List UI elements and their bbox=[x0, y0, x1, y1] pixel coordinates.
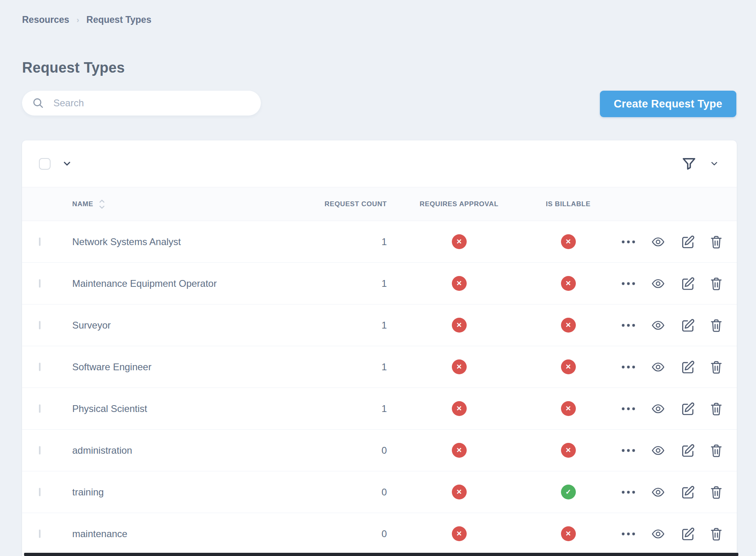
delete-button[interactable] bbox=[709, 485, 723, 500]
sort-icon[interactable] bbox=[98, 199, 106, 210]
search-icon bbox=[32, 97, 45, 110]
column-header-request-count: REQUEST COUNT bbox=[321, 200, 387, 208]
row-checkbox[interactable] bbox=[39, 404, 41, 413]
breadcrumb-separator-icon: › bbox=[77, 15, 79, 24]
search-input[interactable] bbox=[53, 97, 251, 109]
table-row: training 0 ✕ ✓ bbox=[22, 471, 737, 513]
ellipsis-icon bbox=[621, 448, 636, 453]
table-toolbar bbox=[22, 140, 737, 187]
select-all-checkbox[interactable] bbox=[39, 158, 51, 170]
edit-button[interactable] bbox=[680, 234, 695, 250]
ellipsis-icon bbox=[621, 490, 636, 495]
x-circle-icon: ✕ bbox=[452, 443, 467, 458]
breadcrumb-request-types: Request Types bbox=[86, 14, 151, 25]
request-count-value: 1 bbox=[321, 320, 387, 331]
edit-button[interactable] bbox=[680, 276, 695, 291]
edit-button[interactable] bbox=[680, 401, 695, 416]
check-circle-icon: ✓ bbox=[561, 485, 576, 499]
create-request-type-button[interactable]: Create Request Type bbox=[600, 91, 736, 117]
x-circle-icon: ✕ bbox=[452, 359, 467, 374]
request-type-name: Surveyor bbox=[72, 320, 321, 331]
table-row: Surveyor 1 ✕ ✕ bbox=[22, 304, 737, 346]
page: Resources › Request Types Request Types … bbox=[0, 0, 756, 556]
ellipsis-icon bbox=[621, 281, 636, 286]
request-count-value: 1 bbox=[321, 278, 387, 289]
eye-icon bbox=[650, 277, 667, 290]
more-actions-button[interactable] bbox=[621, 365, 636, 369]
row-checkbox[interactable] bbox=[39, 363, 41, 371]
edit-button[interactable] bbox=[680, 485, 695, 500]
more-actions-button[interactable] bbox=[621, 281, 636, 286]
edit-button[interactable] bbox=[680, 526, 695, 542]
view-button[interactable] bbox=[650, 444, 667, 457]
column-header-requires-approval: REQUIRES APPROVAL bbox=[387, 200, 531, 208]
delete-button[interactable] bbox=[709, 234, 723, 250]
more-actions-button[interactable] bbox=[621, 490, 636, 495]
delete-button[interactable] bbox=[709, 359, 723, 375]
ellipsis-icon bbox=[621, 365, 636, 369]
request-count-value: 0 bbox=[321, 487, 387, 498]
request-type-name: training bbox=[72, 487, 321, 498]
x-circle-icon: ✕ bbox=[561, 443, 576, 458]
row-checkbox[interactable] bbox=[39, 321, 41, 329]
table-row: Maintenance Equipment Operator 1 ✕ ✕ bbox=[22, 263, 737, 304]
more-actions-button[interactable] bbox=[621, 406, 636, 411]
row-checkbox[interactable] bbox=[39, 488, 41, 496]
delete-button[interactable] bbox=[709, 276, 723, 291]
x-circle-icon: ✕ bbox=[561, 276, 576, 291]
edit-pencil-icon bbox=[680, 526, 695, 542]
view-button[interactable] bbox=[650, 277, 667, 290]
page-title: Request Types bbox=[22, 59, 125, 76]
more-actions-button[interactable] bbox=[621, 532, 636, 536]
table-row: administration 0 ✕ ✕ bbox=[22, 430, 737, 471]
row-checkbox[interactable] bbox=[39, 530, 41, 538]
request-type-name: administration bbox=[72, 445, 321, 456]
request-count-value: 1 bbox=[321, 236, 387, 248]
row-checkbox[interactable] bbox=[39, 237, 41, 246]
view-button[interactable] bbox=[650, 360, 667, 374]
row-checkbox[interactable] bbox=[39, 446, 41, 455]
x-circle-icon: ✕ bbox=[561, 234, 576, 249]
table-row: Physical Scientist 1 ✕ ✕ bbox=[22, 388, 737, 430]
ellipsis-icon bbox=[621, 532, 636, 536]
edit-button[interactable] bbox=[680, 443, 695, 458]
view-button[interactable] bbox=[650, 402, 667, 416]
search-bar bbox=[22, 91, 261, 116]
filter-chevron-down-button[interactable] bbox=[709, 159, 719, 168]
request-count-value: 1 bbox=[321, 361, 387, 373]
table-body: Network Systems Analyst 1 ✕ ✕ bbox=[22, 221, 737, 555]
breadcrumb-resources[interactable]: Resources bbox=[22, 14, 69, 25]
delete-button[interactable] bbox=[709, 443, 723, 458]
more-actions-button[interactable] bbox=[621, 323, 636, 328]
edit-pencil-icon bbox=[680, 234, 695, 250]
select-menu-chevron-down-icon[interactable] bbox=[62, 158, 72, 169]
edit-button[interactable] bbox=[680, 359, 695, 375]
column-header-is-billable: IS BILLABLE bbox=[531, 200, 605, 208]
x-circle-icon: ✕ bbox=[452, 526, 467, 541]
horizontal-scrollbar[interactable] bbox=[24, 553, 738, 556]
edit-button[interactable] bbox=[680, 318, 695, 333]
request-type-name: Maintenance Equipment Operator bbox=[72, 278, 321, 289]
trash-icon bbox=[709, 276, 723, 291]
trash-icon bbox=[709, 485, 723, 500]
request-type-name: Network Systems Analyst bbox=[72, 236, 321, 248]
filter-button[interactable] bbox=[681, 155, 697, 172]
edit-pencil-icon bbox=[680, 359, 695, 375]
eye-icon bbox=[650, 485, 667, 499]
view-button[interactable] bbox=[650, 235, 667, 249]
ellipsis-icon bbox=[621, 239, 636, 244]
delete-button[interactable] bbox=[709, 401, 723, 416]
more-actions-button[interactable] bbox=[621, 448, 636, 453]
breadcrumb: Resources › Request Types bbox=[22, 14, 151, 25]
filter-funnel-icon bbox=[681, 155, 697, 172]
view-button[interactable] bbox=[650, 485, 667, 499]
view-button[interactable] bbox=[650, 319, 667, 332]
request-type-name: maintenance bbox=[72, 528, 321, 540]
delete-button[interactable] bbox=[709, 318, 723, 333]
view-button[interactable] bbox=[650, 527, 667, 541]
x-circle-icon: ✕ bbox=[561, 526, 576, 541]
delete-button[interactable] bbox=[709, 526, 723, 542]
column-header-name[interactable]: NAME bbox=[72, 199, 321, 210]
row-checkbox[interactable] bbox=[39, 279, 41, 288]
more-actions-button[interactable] bbox=[621, 239, 636, 244]
